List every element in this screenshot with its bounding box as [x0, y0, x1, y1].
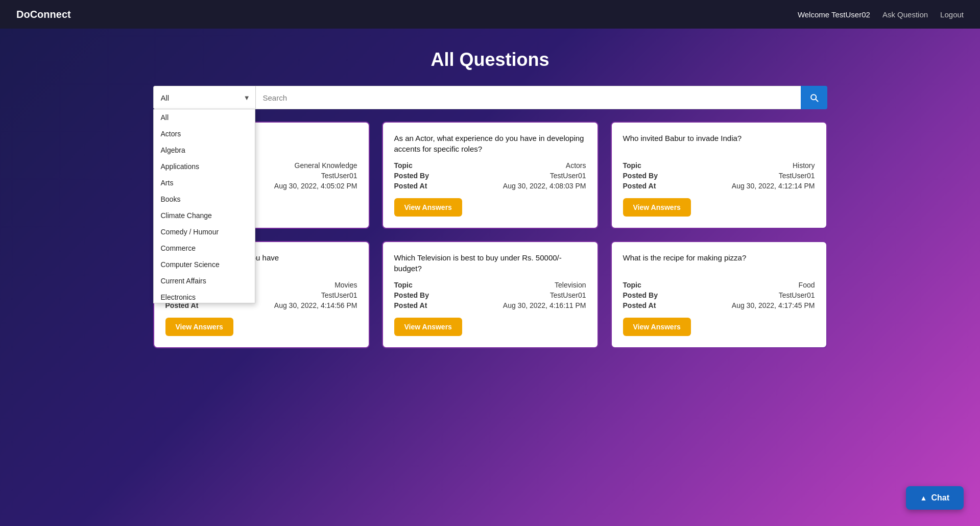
- dropdown-item[interactable]: Commerce: [154, 240, 255, 256]
- view-answers-button[interactable]: View Answers: [623, 318, 691, 336]
- meta-topic-row: Topic Food: [623, 281, 815, 289]
- topic-value: Television: [555, 281, 586, 289]
- question-card: What is the recipe for making pizza? Top…: [611, 241, 827, 348]
- posted-by-label: Posted By: [394, 172, 429, 180]
- view-answers-button[interactable]: View Answers: [394, 318, 462, 336]
- posted-by-label: Posted By: [623, 172, 658, 180]
- dropdown-item[interactable]: Algebra: [154, 142, 255, 158]
- meta-posted-at-row: Posted At Aug 30, 2022, 4:17:45 PM: [623, 301, 815, 309]
- posted-by-value: TestUser01: [550, 172, 586, 180]
- filter-search-row: AllActorsAlgebraApplicationsArtsBooksCli…: [153, 86, 827, 109]
- topic-label: Topic: [623, 161, 641, 170]
- posted-by-value: TestUser01: [779, 172, 815, 180]
- dropdown-item[interactable]: Electronics: [154, 289, 255, 303]
- topic-label: Topic: [394, 161, 413, 170]
- posted-at-value: Aug 30, 2022, 4:16:11 PM: [503, 301, 586, 309]
- search-button[interactable]: [801, 86, 827, 109]
- question-meta: Topic Television Posted By TestUser01 Po…: [394, 281, 586, 309]
- dropdown-item[interactable]: Comedy / Humour: [154, 224, 255, 240]
- posted-at-value: Aug 30, 2022, 4:08:03 PM: [503, 182, 586, 190]
- view-answers-button[interactable]: View Answers: [623, 198, 691, 217]
- view-answers-button[interactable]: View Answers: [394, 198, 462, 217]
- meta-posted-at-row: Posted At Aug 30, 2022, 4:12:14 PM: [623, 182, 815, 190]
- chat-button[interactable]: ▲ Chat: [906, 486, 964, 510]
- dropdown-item[interactable]: Climate Change: [154, 207, 255, 224]
- question-text: Which Television is best to buy under Rs…: [394, 252, 586, 275]
- posted-at-value: Aug 30, 2022, 4:05:02 PM: [274, 182, 357, 190]
- meta-posted-by-row: Posted By TestUser01: [623, 172, 815, 180]
- topic-value: Food: [799, 281, 815, 289]
- topic-label: Topic: [394, 281, 413, 289]
- posted-by-label: Posted By: [394, 291, 429, 299]
- meta-posted-by-row: Posted By TestUser01: [394, 172, 586, 180]
- meta-posted-at-row: Posted At Aug 30, 2022, 4:08:03 PM: [394, 182, 586, 190]
- question-meta: Topic Food Posted By TestUser01 Posted A…: [623, 281, 815, 309]
- posted-by-value: TestUser01: [321, 291, 357, 299]
- question-text: As an Actor, what experience do you have…: [394, 133, 586, 155]
- topic-value: Movies: [334, 281, 357, 289]
- topic-value: History: [793, 161, 815, 170]
- posted-at-label: Posted At: [394, 301, 427, 309]
- meta-topic-row: Topic Actors: [394, 161, 586, 170]
- dropdown-item[interactable]: Applications: [154, 158, 255, 175]
- posted-at-label: Posted At: [394, 182, 427, 190]
- posted-at-label: Posted At: [623, 301, 656, 309]
- meta-topic-row: Topic History: [623, 161, 815, 170]
- meta-posted-by-row: Posted By TestUser01: [623, 291, 815, 299]
- posted-at-value: Aug 30, 2022, 4:12:14 PM: [732, 182, 815, 190]
- category-select[interactable]: AllActorsAlgebraApplicationsArtsBooksCli…: [153, 86, 255, 109]
- posted-at-label: Posted At: [623, 182, 656, 190]
- topic-label: Topic: [623, 281, 641, 289]
- posted-by-value: TestUser01: [779, 291, 815, 299]
- logout-link[interactable]: Logout: [940, 10, 964, 19]
- posted-at-value: Aug 30, 2022, 4:17:45 PM: [732, 301, 815, 309]
- chat-arrow-icon: ▲: [920, 494, 927, 502]
- question-card: As an Actor, what experience do you have…: [382, 122, 599, 229]
- ask-question-link[interactable]: Ask Question: [882, 10, 928, 19]
- main-content: AllActorsAlgebraApplicationsArtsBooksCli…: [133, 86, 848, 369]
- welcome-text: Welcome TestUser02: [798, 10, 870, 19]
- dropdown-item[interactable]: Books: [154, 191, 255, 207]
- brand-logo: DoConnect: [16, 9, 71, 20]
- question-text: Who invited Babur to invade India?: [623, 133, 815, 155]
- question-meta: Topic Actors Posted By TestUser01 Posted…: [394, 161, 586, 190]
- navbar-right: Welcome TestUser02 Ask Question Logout: [798, 10, 964, 19]
- search-input[interactable]: [255, 86, 801, 109]
- navbar: DoConnect Welcome TestUser02 Ask Questio…: [0, 0, 980, 29]
- search-icon: [809, 92, 819, 103]
- dropdown-item[interactable]: Current Affairs: [154, 273, 255, 289]
- dropdown-item[interactable]: Arts: [154, 175, 255, 191]
- topic-value: General Knowledge: [295, 161, 357, 170]
- posted-by-value: TestUser01: [321, 172, 357, 180]
- chat-label: Chat: [931, 493, 949, 503]
- question-card: Who invited Babur to invade India? Topic…: [611, 122, 827, 229]
- question-meta: Topic History Posted By TestUser01 Poste…: [623, 161, 815, 190]
- dropdown-item[interactable]: Computer Science: [154, 256, 255, 273]
- posted-by-value: TestUser01: [550, 291, 586, 299]
- dropdown-item[interactable]: All: [154, 109, 255, 126]
- meta-posted-at-row: Posted At Aug 30, 2022, 4:16:11 PM: [394, 301, 586, 309]
- topic-value: Actors: [566, 161, 586, 170]
- question-card: Which Television is best to buy under Rs…: [382, 241, 599, 348]
- meta-posted-by-row: Posted By TestUser01: [394, 291, 586, 299]
- category-filter-wrapper: AllActorsAlgebraApplicationsArtsBooksCli…: [153, 86, 255, 109]
- meta-topic-row: Topic Television: [394, 281, 586, 289]
- dropdown-item[interactable]: Actors: [154, 126, 255, 142]
- posted-at-value: Aug 30, 2022, 4:14:56 PM: [274, 301, 357, 309]
- view-answers-button[interactable]: View Answers: [165, 318, 233, 336]
- page-title: All Questions: [0, 49, 980, 70]
- page-title-container: All Questions: [0, 29, 980, 86]
- category-dropdown-list[interactable]: AllActorsAlgebraApplicationsArtsBooksCli…: [153, 109, 255, 303]
- question-text: What is the recipe for making pizza?: [623, 252, 815, 275]
- posted-by-label: Posted By: [623, 291, 658, 299]
